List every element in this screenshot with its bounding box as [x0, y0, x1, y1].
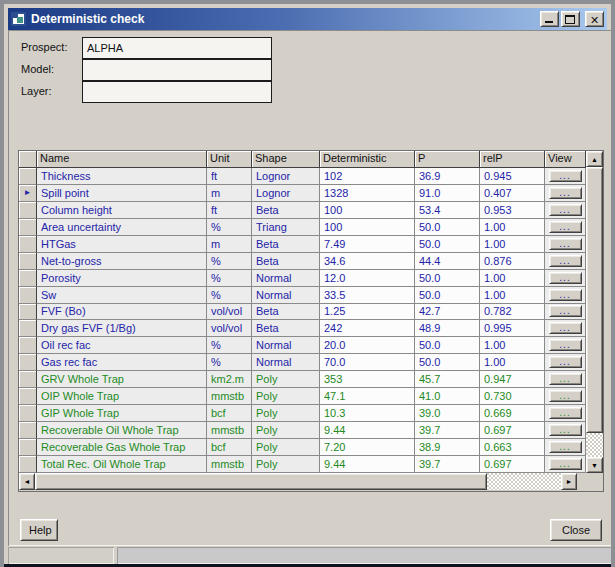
cell-deterministic[interactable]: 70.0	[320, 354, 415, 371]
cell-deterministic[interactable]: 1.25	[320, 304, 415, 321]
row-marker-cell[interactable]: ►	[19, 185, 37, 202]
cell-relp[interactable]: 0.669	[480, 405, 545, 422]
cell-deterministic[interactable]: 353	[320, 371, 415, 388]
vertical-scrollbar[interactable]: ▲ ▼	[586, 151, 603, 473]
cell-p[interactable]: 42.7	[415, 304, 480, 321]
cell-deterministic[interactable]: 7.49	[320, 236, 415, 253]
cell-p[interactable]: 50.0	[415, 236, 480, 253]
horizontal-scrollbar[interactable]: ◄ ►	[19, 473, 577, 490]
cell-deterministic[interactable]: 33.5	[320, 287, 415, 304]
cell-relp[interactable]: 1.00	[480, 354, 545, 371]
row-marker-cell[interactable]	[19, 354, 37, 371]
layer-input[interactable]	[82, 81, 272, 103]
row-marker-cell[interactable]	[19, 388, 37, 405]
cell-relp[interactable]: 1.00	[480, 287, 545, 304]
cell-deterministic[interactable]: 1328	[320, 185, 415, 202]
cell-relp[interactable]: 1.00	[480, 219, 545, 236]
view-button[interactable]: ...	[549, 339, 582, 351]
cell-relp[interactable]: 0.995	[480, 320, 545, 337]
cell-p[interactable]: 39.7	[415, 456, 480, 473]
scroll-up-icon[interactable]: ▲	[586, 151, 603, 167]
vertical-scroll-thumb[interactable]	[586, 167, 603, 433]
model-input[interactable]	[82, 59, 272, 81]
cell-deterministic[interactable]: 7.20	[320, 439, 415, 456]
row-marker-cell[interactable]	[19, 371, 37, 388]
cell-p[interactable]: 38.9	[415, 439, 480, 456]
scroll-down-icon[interactable]: ▼	[586, 457, 603, 473]
view-button[interactable]: ...	[549, 289, 582, 301]
view-button[interactable]: ...	[549, 356, 582, 368]
cell-relp[interactable]: 0.953	[480, 202, 545, 219]
view-button[interactable]: ...	[549, 187, 582, 199]
cell-p[interactable]: 53.4	[415, 202, 480, 219]
cell-relp[interactable]: 0.407	[480, 185, 545, 202]
cell-p[interactable]: 50.0	[415, 287, 480, 304]
view-button[interactable]: ...	[549, 170, 582, 182]
cell-deterministic[interactable]: 47.1	[320, 388, 415, 405]
row-marker-cell[interactable]	[19, 439, 37, 456]
view-button[interactable]: ...	[549, 441, 582, 453]
cell-deterministic[interactable]: 242	[320, 320, 415, 337]
title-bar[interactable]: Deterministic check ✕	[8, 8, 607, 30]
horizontal-scroll-thumb[interactable]	[35, 473, 487, 490]
row-marker-cell[interactable]	[19, 202, 37, 219]
cell-p[interactable]: 48.9	[415, 320, 480, 337]
cell-relp[interactable]: 0.782	[480, 304, 545, 321]
horizontal-scroll-track[interactable]	[487, 473, 561, 490]
maximize-icon[interactable]	[561, 11, 580, 27]
view-button[interactable]: ...	[549, 272, 582, 284]
view-button[interactable]: ...	[549, 424, 582, 436]
cell-p[interactable]: 91.0	[415, 185, 480, 202]
row-marker-cell[interactable]	[19, 168, 37, 185]
close-button[interactable]: Close	[550, 519, 602, 541]
view-button[interactable]: ...	[549, 238, 582, 250]
view-button[interactable]: ...	[549, 373, 582, 385]
cell-relp[interactable]: 1.00	[480, 270, 545, 287]
prospect-input[interactable]	[82, 37, 272, 59]
cell-deterministic[interactable]: 34.6	[320, 253, 415, 270]
cell-deterministic[interactable]: 100	[320, 219, 415, 236]
cell-relp[interactable]: 0.947	[480, 371, 545, 388]
close-icon[interactable]: ✕	[585, 11, 604, 27]
row-marker-cell[interactable]	[19, 405, 37, 422]
row-marker-cell[interactable]	[19, 287, 37, 304]
cell-deterministic[interactable]: 100	[320, 202, 415, 219]
cell-relp[interactable]: 1.00	[480, 337, 545, 354]
cell-p[interactable]: 50.0	[415, 337, 480, 354]
cell-relp[interactable]: 0.876	[480, 253, 545, 270]
view-button[interactable]: ...	[549, 255, 582, 267]
minimize-icon[interactable]	[540, 11, 559, 27]
cell-deterministic[interactable]: 20.0	[320, 337, 415, 354]
view-button[interactable]: ...	[549, 458, 582, 470]
vertical-scroll-track[interactable]	[586, 433, 603, 457]
view-button[interactable]: ...	[549, 204, 582, 216]
cell-relp[interactable]: 0.945	[480, 168, 545, 185]
row-marker-cell[interactable]	[19, 253, 37, 270]
row-marker-cell[interactable]	[19, 304, 37, 321]
cell-relp[interactable]: 0.663	[480, 439, 545, 456]
cell-p[interactable]: 36.9	[415, 168, 480, 185]
cell-relp[interactable]: 0.730	[480, 388, 545, 405]
cell-relp[interactable]: 0.697	[480, 456, 545, 473]
scroll-left-icon[interactable]: ◄	[19, 473, 35, 490]
row-marker-cell[interactable]	[19, 456, 37, 473]
cell-deterministic[interactable]: 9.44	[320, 422, 415, 439]
cell-p[interactable]: 41.0	[415, 388, 480, 405]
view-button[interactable]: ...	[549, 322, 582, 334]
cell-p[interactable]: 50.0	[415, 354, 480, 371]
scroll-right-icon[interactable]: ►	[561, 473, 577, 490]
row-marker-cell[interactable]	[19, 337, 37, 354]
row-marker-cell[interactable]	[19, 219, 37, 236]
row-marker-cell[interactable]	[19, 270, 37, 287]
cell-p[interactable]: 39.0	[415, 405, 480, 422]
cell-deterministic[interactable]: 9.44	[320, 456, 415, 473]
view-button[interactable]: ...	[549, 407, 582, 419]
view-button[interactable]: ...	[549, 305, 582, 317]
cell-p[interactable]: 45.7	[415, 371, 480, 388]
row-marker-cell[interactable]	[19, 422, 37, 439]
view-button[interactable]: ...	[549, 390, 582, 402]
cell-p[interactable]: 39.7	[415, 422, 480, 439]
cell-p[interactable]: 44.4	[415, 253, 480, 270]
cell-p[interactable]: 50.0	[415, 270, 480, 287]
cell-p[interactable]: 50.0	[415, 219, 480, 236]
